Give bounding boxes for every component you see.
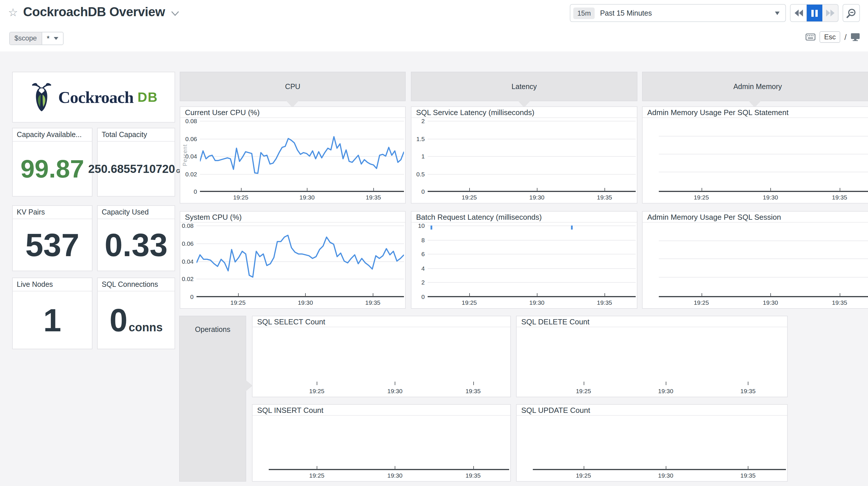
stat-card-capacity-available[interactable]: Capacity Available... 99.87 — [12, 128, 92, 197]
gridline — [428, 156, 636, 157]
time-range-badge: 15m — [573, 7, 595, 19]
x-axis-tick — [473, 466, 473, 469]
x-axis-tick — [537, 293, 537, 297]
chart-plot-area[interactable]: 19:2519:3019:35 — [252, 328, 510, 397]
stat-unit: conns — [129, 321, 163, 333]
template-variable-caret-icon — [54, 37, 58, 40]
x-axis-tick — [583, 466, 584, 469]
x-axis-tick — [666, 382, 666, 385]
chart-plot-area[interactable]: 19:2519:3019:35 — [643, 223, 868, 308]
gridline — [428, 240, 636, 240]
template-variable-scope[interactable]: $scope * — [9, 32, 64, 45]
chart-sql-select-count[interactable]: SQL SELECT Count 19:2519:3019:35 — [252, 316, 511, 397]
chart-admin-memory-per-sql-session[interactable]: Admin Memory Usage Per SQL Session 19:25… — [642, 211, 868, 309]
chart-title: Batch Request Latency (milliseconds) — [411, 211, 637, 223]
gridline — [428, 283, 636, 283]
stat-card-live-nodes[interactable]: Live Nodes 1 — [12, 278, 92, 349]
y-axis-tick-label: 0.06 — [180, 240, 194, 247]
time-range-caret-icon — [775, 11, 780, 15]
chart-plot-area[interactable]: 19:2519:3019:35 — [517, 328, 787, 397]
esc-key-button[interactable]: Esc — [819, 31, 840, 43]
chart-batch-request-latency[interactable]: Batch Request Latency (milliseconds) 108… — [411, 211, 638, 309]
chart-title: SQL SELECT Count — [252, 316, 510, 327]
chart-current-user-cpu[interactable]: Current User CPU (%) 0.080.060.040.02019… — [180, 106, 406, 203]
group-header-latency[interactable]: Latency — [411, 72, 638, 101]
gridline — [428, 254, 636, 254]
keyboard-shortcut-hint: Esc / — [806, 31, 860, 43]
keyboard-icon — [806, 33, 815, 40]
stat-card-sql-connections[interactable]: SQL Connections 0conns — [97, 278, 175, 349]
x-axis-tick-label: 19:35 — [597, 194, 612, 201]
stat-card-total-capacity[interactable]: Total Capacity 250.6855710720GB — [97, 128, 175, 197]
x-axis-tick — [469, 188, 470, 191]
time-range-picker[interactable]: 15m Past 15 Minutes — [570, 4, 786, 22]
chart-system-cpu[interactable]: System CPU (%) 0.080.060.040.02019:2519:… — [180, 211, 406, 309]
time-controls: 15m Past 15 Minutes — [570, 4, 860, 22]
y-axis-tick-label: 0 — [180, 293, 194, 300]
chart-plot-area[interactable]: 19:2519:3019:35 — [252, 416, 510, 481]
stat-title: Capacity Available... — [13, 128, 92, 142]
group-header-cpu[interactable]: CPU — [180, 72, 406, 101]
group-header-operations[interactable]: Operations — [179, 316, 246, 482]
dashboard-canvas: Cockroach DB Capacity Available... 99.87… — [0, 52, 868, 486]
title-chevron-down-icon[interactable] — [172, 8, 180, 19]
chart-plot-area[interactable]: 19:2519:3019:35 — [517, 416, 787, 481]
template-variable-value[interactable]: * — [42, 32, 63, 45]
x-axis-tick-label: 19:30 — [529, 194, 545, 201]
chart-plot-area[interactable]: 21.510.5019:2519:3019:35 — [411, 118, 637, 203]
template-variable-name: $scope — [10, 32, 42, 45]
y-axis-tick-label: 0.08 — [180, 222, 194, 229]
x-axis-tick — [469, 293, 470, 297]
x-axis-tick — [473, 382, 473, 385]
fast-forward-button[interactable] — [823, 5, 838, 21]
x-axis-tick — [840, 188, 840, 191]
stat-value: 537 — [25, 229, 80, 261]
x-axis-line — [659, 296, 868, 297]
group-header-admin-memory[interactable]: Admin Memory — [642, 72, 868, 101]
y-axis-title: Percent — [182, 138, 188, 173]
stat-card-capacity-used[interactable]: Capacity Used 0.33 — [97, 205, 175, 271]
x-axis-tick — [748, 382, 749, 385]
top-bar: ☆ CockroachDB Overview 15m Past 15 Minut… — [0, 0, 868, 25]
x-axis-tick-label: 19:30 — [658, 388, 674, 394]
y-axis-tick-label: 1 — [411, 153, 425, 160]
chart-sql-update-count[interactable]: SQL UPDATE Count 19:2519:3019:35 — [516, 404, 788, 482]
time-range-label: Past 15 Minutes — [600, 9, 652, 17]
x-axis-tick-label: 19:25 — [694, 299, 709, 306]
x-axis-tick-label: 19:25 — [694, 194, 709, 201]
gridline — [659, 277, 868, 277]
x-axis-tick-label: 19:30 — [658, 472, 674, 479]
chart-sql-service-latency[interactable]: SQL Service Latency (milliseconds) 21.51… — [411, 106, 638, 203]
stat-card-kv-pairs[interactable]: KV Pairs 537 — [12, 205, 92, 271]
y-axis-tick-label: 8 — [411, 236, 425, 243]
chart-plot-area[interactable]: 19:2519:3019:35 — [643, 118, 868, 203]
chart-plot-area[interactable]: 108642019:2519:3019:35 — [411, 223, 637, 308]
rewind-icon — [794, 9, 803, 17]
stat-value: 1 — [43, 304, 61, 336]
y-axis-tick-label: 0 — [411, 188, 425, 195]
chart-sql-delete-count[interactable]: SQL DELETE Count 19:2519:3019:35 — [516, 316, 788, 397]
chart-admin-memory-per-sql-statement[interactable]: Admin Memory Usage Per SQL Statement 19:… — [642, 106, 868, 203]
favorite-star-icon[interactable]: ☆ — [8, 7, 18, 18]
chart-plot-area[interactable]: 0.080.060.040.02019:2519:3019:35 — [180, 223, 405, 308]
gridline — [659, 172, 868, 172]
x-axis-tick-label: 19:35 — [740, 472, 755, 479]
chart-title: SQL INSERT Count — [252, 405, 510, 416]
cockroach-bug-icon — [29, 81, 54, 113]
zoom-out-button[interactable] — [843, 4, 860, 22]
x-axis-tick-label: 19:30 — [388, 472, 403, 479]
x-axis-tick-label: 19:30 — [529, 299, 545, 306]
rewind-button[interactable] — [790, 5, 807, 21]
group-label-operations: Operations — [180, 325, 246, 334]
x-axis-tick — [395, 382, 396, 385]
fullscreen-monitor-icon[interactable] — [851, 33, 860, 41]
x-axis-tick — [317, 466, 317, 469]
chart-title: System CPU (%) — [180, 211, 405, 223]
cockroachdb-logo-card[interactable]: Cockroach DB — [12, 72, 175, 122]
stat-value: 99.87 — [21, 156, 84, 181]
pause-button[interactable] — [807, 5, 823, 21]
chart-plot-area[interactable]: 0.080.060.040.02019:2519:3019:35Percent — [180, 118, 405, 203]
chart-sql-insert-count[interactable]: SQL INSERT Count 19:2519:3019:35 — [252, 404, 511, 482]
chart-title: Current User CPU (%) — [180, 107, 405, 118]
page-title: CockroachDB Overview — [23, 5, 165, 20]
